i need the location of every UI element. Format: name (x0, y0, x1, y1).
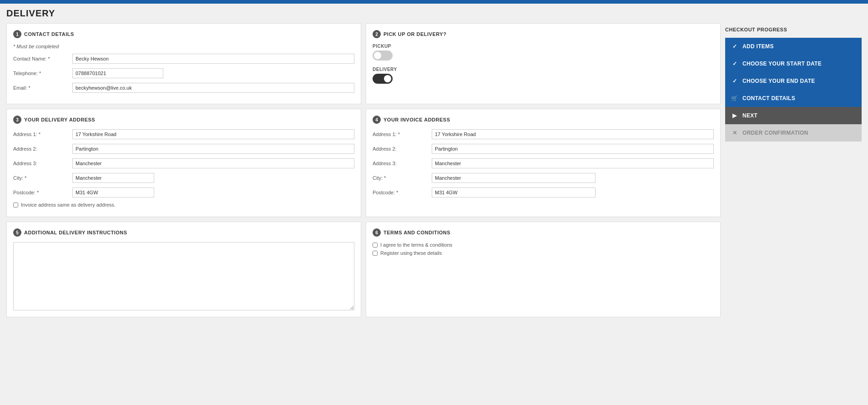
progress-label-6: Order confirmation (742, 130, 808, 136)
progress-item-next[interactable]: ▶ Next (725, 107, 862, 124)
register-label: Register using these details (380, 250, 442, 256)
section-title-contact: Contact Details (24, 31, 74, 37)
section-number-3: 3 (13, 116, 21, 124)
check-icon-2: ✓ (731, 60, 739, 68)
invoice-same-label: Invoice address same as delivery address… (21, 202, 116, 208)
page-title: Delivery (0, 4, 868, 23)
telephone-row: Telephone: * (13, 68, 354, 78)
pickup-delivery-section: 2 Pick Up Or Delivery? PICKUP DELIVERY (366, 23, 721, 104)
inv-postcode-input[interactable] (432, 187, 595, 197)
inv-postcode-label: Postcode: * (373, 190, 432, 195)
section-number-6: 6 (373, 228, 381, 237)
del-addr2-input[interactable] (72, 144, 354, 154)
progress-item-order-confirmation[interactable]: ✕ Order confirmation (725, 124, 862, 142)
terms-agree-label: I agree to the terms & conditions (380, 242, 452, 248)
inv-city-row: City: * (373, 173, 714, 183)
contact-name-label: Contact Name: * (13, 56, 72, 61)
del-city-input[interactable] (72, 173, 154, 183)
del-postcode-input[interactable] (72, 187, 154, 197)
progress-item-start-date[interactable]: ✓ Choose your start date (725, 55, 862, 72)
invoice-same-checkbox[interactable] (13, 202, 18, 208)
section-number-1: 1 (13, 30, 21, 38)
section-number-5: 5 (13, 228, 21, 237)
telephone-label: Telephone: * (13, 71, 72, 76)
delivery-label: DELIVERY (373, 67, 714, 72)
sidebar: Checkout Progress ✓ Add items ✓ Choose y… (725, 23, 862, 317)
check-icon-1: ✓ (731, 42, 739, 51)
progress-label-3: Choose your end date (742, 78, 815, 84)
del-addr3-input[interactable] (72, 158, 354, 168)
del-addr1-input[interactable] (72, 129, 354, 139)
inv-addr1-label: Address 1: * (373, 132, 432, 137)
inv-addr2-row: Address 2: (373, 144, 714, 154)
invoice-same-row: Invoice address same as delivery address… (13, 202, 354, 208)
section-title-terms: Terms And Conditions (384, 230, 450, 235)
contact-name-row: Contact Name: * (13, 54, 354, 64)
telephone-input[interactable] (72, 68, 163, 78)
inv-addr3-label: Address 3: (373, 161, 432, 166)
email-input[interactable] (72, 83, 354, 93)
x-icon: ✕ (731, 129, 739, 137)
must-complete-label: * Must be completed (13, 44, 354, 49)
instructions-textarea[interactable] (13, 242, 354, 310)
del-postcode-row: Postcode: * (13, 187, 354, 197)
terms-agree-checkbox[interactable] (373, 243, 378, 248)
inv-addr2-label: Address 2: (373, 146, 432, 152)
section-title-pickup: Pick Up Or Delivery? (384, 31, 446, 37)
inv-addr3-row: Address 3: (373, 158, 714, 168)
section-number-2: 2 (373, 30, 381, 38)
inv-addr2-input[interactable] (432, 144, 714, 154)
top-bar (0, 0, 868, 4)
delivery-slider (373, 74, 393, 84)
del-addr2-row: Address 2: (13, 144, 354, 154)
terms-section: 6 Terms And Conditions I agree to the te… (366, 222, 721, 317)
inv-addr1-row: Address 1: * (373, 129, 714, 139)
pickup-toggle[interactable] (373, 51, 393, 61)
delivery-address-section: 3 Your Delivery Address Address 1: * Add… (6, 109, 361, 217)
sidebar-title: Checkout Progress (725, 23, 862, 36)
delivery-toggle-container: DELIVERY (373, 67, 714, 84)
pickup-toggle-container: PICKUP (373, 44, 714, 61)
inv-addr3-input[interactable] (432, 158, 714, 168)
inv-postcode-row: Postcode: * (373, 187, 714, 197)
inv-addr1-input[interactable] (432, 129, 714, 139)
section-title-instructions: Additional Delivery Instructions (24, 230, 127, 235)
del-addr3-row: Address 3: (13, 158, 354, 168)
section-title-delivery-addr: Your Delivery Address (24, 117, 95, 122)
del-addr1-label: Address 1: * (13, 132, 72, 137)
progress-label-1: Add items (742, 43, 774, 50)
check-icon-3: ✓ (731, 77, 739, 85)
register-checkbox[interactable] (373, 251, 378, 256)
contact-name-input[interactable] (72, 54, 354, 64)
del-city-label: City: * (13, 175, 72, 181)
delivery-toggle[interactable] (373, 74, 393, 84)
del-city-row: City: * (13, 173, 354, 183)
progress-label-5: Next (742, 112, 757, 119)
email-label: Email: * (13, 85, 72, 91)
pickup-slider (373, 51, 393, 61)
additional-instructions-section: 5 Additional Delivery Instructions (6, 222, 361, 317)
del-addr1-row: Address 1: * (13, 129, 354, 139)
section-title-invoice-addr: Your Invoice Address (384, 117, 450, 122)
progress-item-add-items[interactable]: ✓ Add items (725, 38, 862, 55)
progress-label-2: Choose your start date (742, 61, 822, 67)
email-row: Email: * (13, 83, 354, 93)
cart-icon: 🛒 (731, 94, 739, 102)
progress-item-end-date[interactable]: ✓ Choose your end date (725, 72, 862, 90)
progress-label-4: Contact Details (742, 95, 795, 101)
arrow-icon: ▶ (731, 111, 739, 120)
inv-city-label: City: * (373, 175, 432, 181)
pickup-label: PICKUP (373, 44, 714, 49)
register-row: Register using these details (373, 250, 714, 256)
del-addr2-label: Address 2: (13, 146, 72, 152)
inv-city-input[interactable] (432, 173, 595, 183)
invoice-address-section: 4 Your Invoice Address Address 1: * Addr… (366, 109, 721, 217)
contact-details-section: 1 Contact Details * Must be completed Co… (6, 23, 361, 104)
del-postcode-label: Postcode: * (13, 190, 72, 195)
section-number-4: 4 (373, 116, 381, 124)
terms-agree-row: I agree to the terms & conditions (373, 242, 714, 248)
del-addr3-label: Address 3: (13, 161, 72, 166)
progress-item-contact-details[interactable]: 🛒 Contact Details (725, 90, 862, 107)
